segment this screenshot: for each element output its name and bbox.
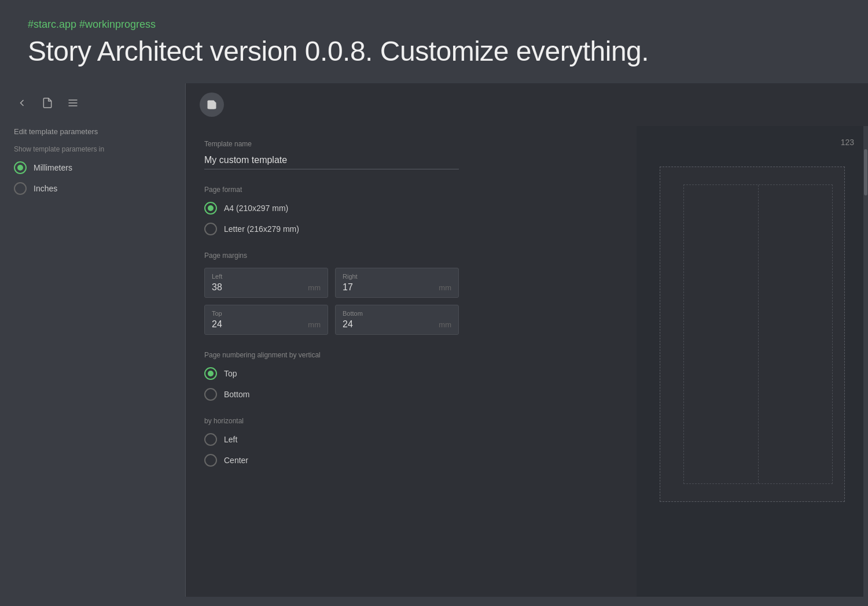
right-input[interactable] [343, 282, 429, 293]
page-preview-divider [758, 185, 759, 483]
page-margins-group: Page margins Left mm Right [204, 252, 459, 335]
letter-label: Letter (216x279 mm) [224, 224, 299, 234]
top-label-radio: Top [224, 369, 237, 378]
horizontal-radio-group: Left Center [204, 433, 459, 467]
margins-grid: Left mm Right mm [204, 268, 459, 335]
center-radio[interactable] [204, 454, 217, 467]
preview-panel: 123 [637, 126, 868, 597]
bottom-unit: mm [439, 320, 451, 329]
scrollbar-thumb[interactable] [864, 149, 867, 195]
bottom-radio[interactable] [204, 388, 217, 401]
millimeters-label: Millimeters [34, 163, 72, 172]
top-unit: mm [308, 320, 321, 329]
page-format-radio-group: A4 (210x297 mm) Letter (216x279 mm) [204, 202, 459, 235]
form-content: Template name Page format A4 (210x297 mm… [186, 126, 637, 597]
vertical-radio-group: Top Bottom [204, 367, 459, 401]
form-inner: Template name Page format A4 (210x297 mm… [204, 140, 459, 467]
bottom-input[interactable] [343, 319, 429, 330]
format-a4[interactable]: A4 (210x297 mm) [204, 202, 459, 215]
margin-bottom: Bottom mm [335, 305, 459, 335]
inches-label: Inches [34, 184, 57, 193]
numbering-horizontal-group: by horizontal Left Center [204, 417, 459, 467]
margin-top: Top mm [204, 305, 328, 335]
numbering-vertical-group: Page numbering alignment by vertical Top… [204, 351, 459, 401]
a4-radio[interactable] [204, 202, 217, 215]
toolbar [186, 83, 868, 126]
vertical-top[interactable]: Top [204, 367, 459, 380]
page-number-preview: 123 [841, 138, 854, 147]
horizontal-left[interactable]: Left [204, 433, 459, 446]
right-unit: mm [439, 283, 451, 292]
scrollbar[interactable] [863, 126, 868, 597]
top-row: mm [212, 319, 321, 330]
template-name-group: Template name [204, 140, 459, 169]
left-input[interactable] [212, 282, 299, 293]
bottom-row: mm [343, 319, 451, 330]
inches-radio[interactable] [14, 182, 27, 195]
left-label: Left [212, 273, 321, 280]
units-millimeters[interactable]: Millimeters [14, 161, 171, 174]
content-panel: Template name Page format A4 (210x297 mm… [186, 83, 868, 597]
top-radio[interactable] [204, 367, 217, 380]
bottom-label-radio: Bottom [224, 390, 249, 399]
right-row: mm [343, 282, 451, 293]
units-radio-group: Millimeters Inches [14, 161, 171, 195]
units-inches[interactable]: Inches [14, 182, 171, 195]
letter-radio[interactable] [204, 223, 217, 235]
edit-label: Edit template parameters [14, 127, 171, 136]
header-hashtags: #starc.app #workinprogress [28, 19, 840, 31]
left-radio[interactable] [204, 433, 217, 446]
header-title: Story Architect version 0.0.8. Customize… [28, 35, 840, 67]
template-name-label: Template name [204, 140, 459, 148]
header: #starc.app #workinprogress Story Archite… [0, 0, 868, 83]
save-icon [206, 99, 218, 110]
numbering-label: Page numbering alignment by vertical [204, 351, 459, 359]
back-icon[interactable] [14, 95, 30, 111]
center-label-radio: Center [224, 456, 248, 465]
millimeters-radio[interactable] [14, 161, 27, 174]
page-preview [660, 167, 845, 502]
page-format-group: Page format A4 (210x297 mm) Letter (216x… [204, 186, 459, 235]
document-icon[interactable] [39, 95, 56, 111]
menu-icon[interactable] [65, 95, 81, 111]
form-area: Template name Page format A4 (210x297 mm… [186, 126, 868, 597]
top-label: Top [212, 310, 321, 317]
format-letter[interactable]: Letter (216x279 mm) [204, 223, 459, 235]
main-layout: Edit template parameters Show template p… [0, 83, 868, 597]
a4-label: A4 (210x297 mm) [224, 204, 288, 213]
margin-right: Right mm [335, 268, 459, 298]
page-preview-inner [683, 184, 833, 484]
top-input[interactable] [212, 319, 299, 330]
right-label: Right [343, 273, 451, 280]
show-label: Show template parameters in [14, 145, 171, 153]
left-row: mm [212, 282, 321, 293]
template-name-input[interactable] [204, 152, 459, 169]
vertical-bottom[interactable]: Bottom [204, 388, 459, 401]
horizontal-label: by horizontal [204, 417, 459, 425]
save-button[interactable] [200, 93, 224, 117]
left-unit: mm [308, 283, 321, 292]
margin-left: Left mm [204, 268, 328, 298]
page-format-label: Page format [204, 186, 459, 194]
sidebar-nav [14, 95, 171, 111]
page-margins-label: Page margins [204, 252, 459, 260]
sidebar: Edit template parameters Show template p… [0, 83, 185, 597]
horizontal-center[interactable]: Center [204, 454, 459, 467]
bottom-label: Bottom [343, 310, 451, 317]
left-label-radio: Left [224, 435, 237, 444]
